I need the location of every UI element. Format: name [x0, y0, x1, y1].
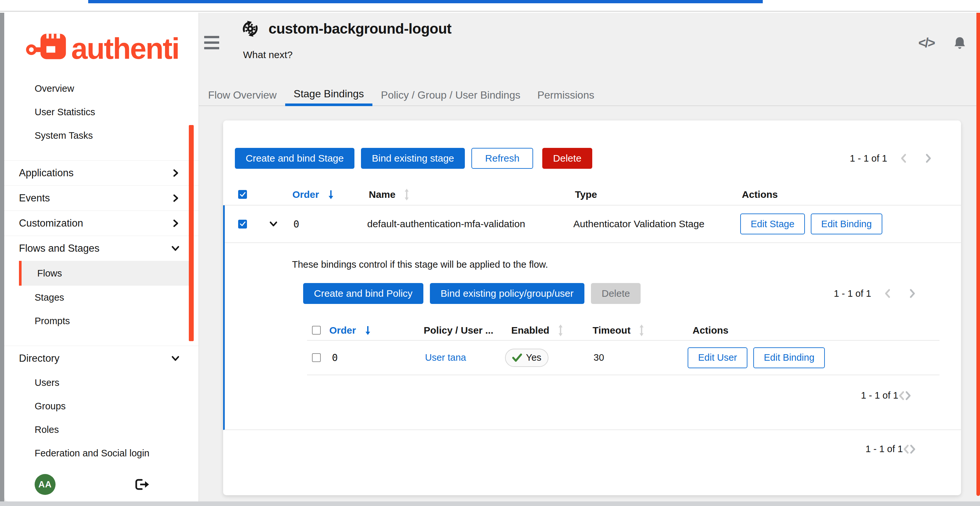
- column-header-order[interactable]: Order: [329, 325, 356, 336]
- sidebar-item-system-tasks[interactable]: System Tasks: [4, 124, 199, 147]
- refresh-button[interactable]: Refresh: [471, 148, 533, 169]
- sidebar-item-label: Federation and Social login: [35, 448, 149, 458]
- top-right-icons: </>: [918, 36, 966, 50]
- chevron-down-icon: [171, 244, 180, 252]
- column-header-name[interactable]: Name: [369, 189, 396, 200]
- sign-out-icon[interactable]: [135, 478, 150, 491]
- notifications-bell-icon[interactable]: [954, 36, 966, 50]
- sidebar-group-applications[interactable]: Applications: [4, 160, 199, 186]
- check-icon: [512, 354, 522, 362]
- stage-binding-row: 0 default-authentication-mfa-validation …: [225, 205, 961, 243]
- row-checkbox[interactable]: [312, 353, 321, 362]
- sidebar-group-customization[interactable]: Customization: [4, 211, 199, 236]
- sidebar-item-label: Users: [35, 378, 59, 388]
- select-all-checkbox[interactable]: [312, 326, 321, 335]
- edit-binding-button[interactable]: Edit Binding: [753, 347, 825, 368]
- pagination-top: 1 - 1 of 1: [850, 153, 932, 164]
- sidebar-group-directory[interactable]: Directory: [4, 346, 199, 371]
- delete-policy-button[interactable]: Delete: [591, 283, 641, 304]
- column-header-type: Type: [575, 189, 597, 200]
- sidebar-group-flows-and-stages[interactable]: Flows and Stages: [4, 236, 199, 261]
- tab-label: Stage Bindings: [294, 88, 364, 100]
- delete-button[interactable]: Delete: [542, 148, 592, 169]
- column-header-timeout[interactable]: Timeout: [593, 325, 630, 336]
- page-title: custom-background-logout: [269, 21, 452, 37]
- create-and-bind-stage-button[interactable]: Create and bind Stage: [235, 148, 355, 169]
- edit-binding-button[interactable]: Edit Binding: [811, 214, 882, 235]
- chevron-right-icon: [172, 169, 180, 177]
- tab-policy-group-user-bindings[interactable]: Policy / Group / User Bindings: [372, 84, 529, 106]
- sidebar-item-roles[interactable]: Roles: [4, 418, 199, 441]
- sort-both-icon: [558, 325, 563, 336]
- avatar[interactable]: AA: [35, 474, 56, 495]
- sidebar-item-flows[interactable]: Flows: [19, 261, 189, 286]
- column-header-actions: Actions: [692, 325, 729, 336]
- sidebar-group-label: Applications: [19, 167, 73, 179]
- chevron-down-icon: [171, 355, 180, 362]
- sidebar-item-overview[interactable]: Overview: [4, 77, 199, 100]
- sidebar-item-prompts[interactable]: Prompts: [4, 309, 199, 333]
- row-checkbox[interactable]: [238, 220, 247, 228]
- expanded-row-wrapper: 0 default-authentication-mfa-validation …: [223, 205, 961, 430]
- tab-permissions[interactable]: Permissions: [529, 84, 603, 106]
- bind-existing-policy-button[interactable]: Bind existing policy/group/user: [430, 283, 584, 304]
- hamburger-icon: [204, 47, 219, 49]
- tab-flow-overview[interactable]: Flow Overview: [200, 84, 285, 106]
- create-and-bind-policy-button[interactable]: Create and bind Policy: [303, 283, 423, 304]
- panel-description: These bindings control if this stage wil…: [292, 259, 940, 270]
- pagination-label: 1 - 1 of 1: [865, 444, 903, 454]
- policy-binding-row: 0 User tana Yes 30 E: [307, 341, 940, 375]
- bind-existing-stage-button[interactable]: Bind existing stage: [361, 148, 465, 169]
- sidebar-toggle-button[interactable]: [204, 36, 219, 49]
- pagination-inner-bottom: 1 - 1 of 1: [307, 390, 912, 401]
- pagination-label: 1 - 1 of 1: [850, 153, 887, 164]
- page-scrollbar-thumb[interactable]: [977, 13, 980, 496]
- pagination-next-icon[interactable]: [910, 444, 916, 454]
- page-header: custom-background-logout: [242, 20, 452, 37]
- sidebar-gap: [4, 147, 199, 160]
- authentik-logo-image: authentik: [25, 24, 179, 70]
- column-header-order[interactable]: Order: [293, 189, 319, 200]
- page-subtitle: What next?: [243, 49, 293, 60]
- sidebar-item-federation[interactable]: Federation and Social login: [4, 441, 199, 465]
- edit-user-button[interactable]: Edit User: [687, 347, 748, 368]
- hamburger-icon: [204, 36, 219, 38]
- pagination-prev-icon[interactable]: [903, 444, 910, 454]
- column-header-enabled[interactable]: Enabled: [511, 325, 549, 336]
- window-bottom-edge: [0, 501, 980, 506]
- cell-timeout: 30: [593, 352, 604, 363]
- sidebar-footer: AA: [35, 474, 150, 495]
- edit-stage-button[interactable]: Edit Stage: [740, 214, 805, 235]
- sidebar-nav: Overview User Statistics System Tasks Ap…: [4, 77, 199, 465]
- pagination-next-icon[interactable]: [925, 154, 932, 163]
- pagination-prev-icon[interactable]: [900, 154, 907, 163]
- sidebar-scrollbar-thumb[interactable]: [189, 125, 194, 341]
- sidebar-item-users[interactable]: Users: [4, 371, 199, 394]
- pagination-prev-icon[interactable]: [884, 289, 891, 298]
- sort-descending-icon: [364, 325, 371, 336]
- row-expander-chevron-icon[interactable]: [269, 220, 278, 227]
- sidebar-group-label: Events: [19, 192, 50, 204]
- cell-stage-type: Authenticator Validation Stage: [573, 218, 704, 229]
- api-code-icon[interactable]: </>: [918, 36, 934, 50]
- authentik-logo: authentik: [4, 13, 199, 77]
- sidebar-item-groups[interactable]: Groups: [4, 394, 199, 418]
- pagination-next-icon[interactable]: [909, 289, 916, 298]
- sort-descending-icon: [328, 189, 334, 200]
- cell-policy-user-link[interactable]: User tana: [425, 352, 466, 363]
- pagination-label: 1 - 1 of 1: [834, 288, 871, 299]
- tab-stage-bindings[interactable]: Stage Bindings: [285, 84, 372, 106]
- hamburger-icon: [204, 41, 219, 44]
- pagination-prev-icon[interactable]: [898, 391, 905, 401]
- sidebar-item-stages[interactable]: Stages: [4, 286, 199, 309]
- stage-bindings-card: Create and bind Stage Bind existing stag…: [223, 121, 961, 495]
- sidebar-item-label: Prompts: [35, 316, 70, 327]
- pagination-next-icon[interactable]: [905, 391, 912, 401]
- select-all-checkbox[interactable]: [238, 190, 247, 199]
- policy-bindings-table: Order Policy / User ... Enabled Timeout: [307, 320, 940, 401]
- column-header-policy-user[interactable]: Policy / User ...: [424, 325, 493, 336]
- sort-both-icon: [404, 189, 409, 200]
- sidebar-item-user-statistics[interactable]: User Statistics: [4, 100, 199, 124]
- sidebar-group-events[interactable]: Events: [4, 186, 199, 211]
- sidebar: authentik Overview User Statistics Syste…: [4, 13, 199, 501]
